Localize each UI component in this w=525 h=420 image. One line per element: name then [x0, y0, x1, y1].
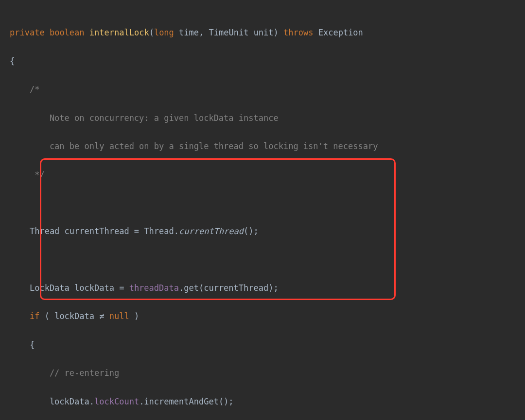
- comment-line[interactable]: */: [10, 168, 515, 182]
- keyword-private: private: [10, 28, 45, 37]
- keyword-boolean: boolean: [50, 28, 85, 37]
- keyword-throws: throws: [279, 28, 318, 37]
- keyword-null: null: [105, 311, 129, 321]
- comment-line[interactable]: Note on concurrency: a given lockData in…: [10, 111, 515, 125]
- code-editor[interactable]: private boolean internalLock(long time, …: [10, 12, 515, 420]
- comment-line[interactable]: // re-entering: [10, 366, 515, 380]
- brace-open[interactable]: {: [10, 338, 515, 352]
- field-lockcount: lockCount: [94, 397, 139, 406]
- code-line-2[interactable]: {: [10, 54, 515, 68]
- comment-line[interactable]: can be only acted on by a single thread …: [10, 139, 515, 153]
- code-line-10[interactable]: LockData lockData = threadData.get(curre…: [10, 281, 515, 295]
- keyword-if: if: [30, 311, 39, 321]
- code-line-1[interactable]: private boolean internalLock(long time, …: [10, 26, 515, 40]
- blank-line[interactable]: [10, 253, 515, 267]
- static-method: currentThread: [179, 226, 244, 236]
- blank-line[interactable]: [10, 196, 515, 210]
- keyword-long: long: [154, 28, 174, 37]
- field-threaddata: threadData: [129, 283, 179, 293]
- comment-line[interactable]: /*: [10, 83, 515, 97]
- code-line-8[interactable]: Thread currentThread = Thread.currentThr…: [10, 224, 515, 238]
- code-line-11[interactable]: if ( lockData ≠ null ): [10, 309, 515, 323]
- code-line-14[interactable]: lockData.lockCount.incrementAndGet();: [10, 395, 515, 409]
- method-name: internalLock: [89, 28, 149, 37]
